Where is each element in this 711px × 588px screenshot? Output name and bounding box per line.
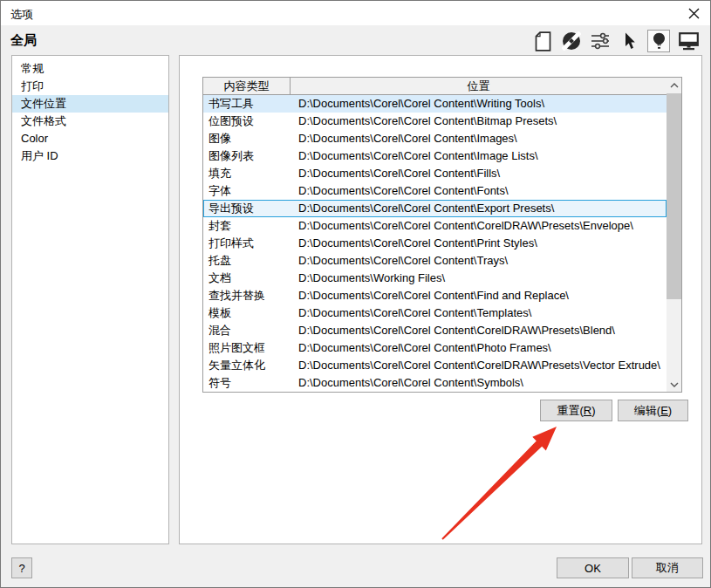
vertical-scrollbar[interactable] xyxy=(667,78,681,392)
content-type-cell: 托盘 xyxy=(203,252,291,270)
customization-options-button[interactable] xyxy=(590,30,611,52)
content-type-cell: 填充 xyxy=(203,165,291,182)
location-cell: D:\Documents\Corel\Corel Content\CorelDR… xyxy=(291,217,667,235)
edit-label-close: ) xyxy=(668,404,672,417)
sidebar-item[interactable]: 用户 ID xyxy=(12,147,168,165)
page-title: 全局 xyxy=(10,32,37,49)
content-type-cell: 模板 xyxy=(203,304,291,322)
table-row[interactable]: 照片图文框D:\Documents\Corel\Corel Content\Ph… xyxy=(203,339,667,357)
content-type-cell: 封套 xyxy=(203,217,291,235)
close-icon xyxy=(688,8,700,19)
location-cell: D:\Documents\Corel\Corel Content\Fills\ xyxy=(291,165,667,182)
table-row[interactable]: 封套D:\Documents\Corel\Corel Content\Corel… xyxy=(203,217,667,235)
table-row[interactable]: 字体D:\Documents\Corel\Corel Content\Fonts… xyxy=(203,182,667,200)
table-row[interactable]: 混合D:\Documents\Corel\Corel Content\Corel… xyxy=(203,322,667,339)
scrollbar-thumb[interactable] xyxy=(667,93,681,299)
content-type-cell: 打印样式 xyxy=(203,235,291,252)
workspace-options-button[interactable] xyxy=(619,30,639,52)
table-row[interactable]: 查找并替换D:\Documents\Corel\Corel Content\Fi… xyxy=(203,287,667,304)
content-type-cell: 书写工具 xyxy=(203,95,291,113)
help-label: ? xyxy=(18,562,24,575)
table-row[interactable]: 图像D:\Documents\Corel\Corel Content\Image… xyxy=(203,130,667,147)
table-body: 书写工具D:\Documents\Corel\Corel Content\Wri… xyxy=(203,95,667,392)
sidebar-item[interactable]: Color xyxy=(12,130,168,147)
edit-label: 编辑( xyxy=(634,403,660,419)
location-cell: D:\Documents\Working Files\ xyxy=(291,270,667,287)
location-cell: D:\Documents\Corel\Corel Content\Photo F… xyxy=(291,339,667,357)
reset-label: 重置( xyxy=(557,403,583,419)
location-cell: D:\Documents\Corel\Corel Content\CorelDR… xyxy=(291,357,667,374)
location-cell: D:\Documents\Corel\Corel Content\CorelDR… xyxy=(291,322,667,339)
global-balloon-icon xyxy=(653,32,666,50)
content-type-cell: 导出预设 xyxy=(203,200,291,217)
content-type-cell: 文档 xyxy=(203,270,291,287)
location-cell: D:\Documents\Corel\Corel Content\Bitmap … xyxy=(291,113,667,130)
workspaces-button[interactable] xyxy=(678,30,699,52)
table-row[interactable]: 矢量立体化D:\Documents\Corel\Corel Content\Co… xyxy=(203,357,667,374)
table-row[interactable]: 符号D:\Documents\Corel\Corel Content\Symbo… xyxy=(203,374,667,392)
location-cell: D:\Documents\Corel\Corel Content\Export … xyxy=(291,200,667,217)
table-row[interactable]: 打印样式D:\Documents\Corel\Corel Content\Pri… xyxy=(203,235,667,252)
content-type-cell: 符号 xyxy=(203,374,291,392)
sliders-icon xyxy=(591,32,610,50)
location-cell: D:\Documents\Corel\Corel Content\Writing… xyxy=(291,95,667,113)
monitor-icon xyxy=(679,32,699,51)
column-header-location[interactable]: 位置 xyxy=(291,78,667,94)
content-type-cell: 矢量立体化 xyxy=(203,357,291,374)
table-row[interactable]: 书写工具D:\Documents\Corel\Corel Content\Wri… xyxy=(203,95,667,113)
table-row[interactable]: 导出预设D:\Documents\Corel\Corel Content\Exp… xyxy=(203,200,667,217)
sidebar-item[interactable]: 文件格式 xyxy=(12,113,168,130)
ok-label: OK xyxy=(585,562,601,575)
content-type-cell: 字体 xyxy=(203,182,291,200)
ok-button[interactable]: OK xyxy=(557,557,629,578)
sidebar-item[interactable]: 文件位置 xyxy=(12,95,168,113)
content-type-cell: 图像 xyxy=(203,130,291,147)
content-type-cell: 照片图文框 xyxy=(203,339,291,357)
table-row[interactable]: 模板D:\Documents\Corel\Corel Content\Templ… xyxy=(203,304,667,322)
chevron-up-icon xyxy=(670,83,679,88)
options-dialog: 选项 全局 xyxy=(0,0,711,588)
table-row[interactable]: 托盘D:\Documents\Corel\Corel Content\Trays… xyxy=(203,252,667,270)
table-row[interactable]: 位图预设D:\Documents\Corel\Corel Content\Bit… xyxy=(203,113,667,130)
help-button[interactable]: ? xyxy=(11,557,32,578)
content-type-cell: 查找并替换 xyxy=(203,287,291,304)
table-row[interactable]: 填充D:\Documents\Corel\Corel Content\Fills… xyxy=(203,165,667,182)
file-locations-table: 内容类型 位置 书写工具D:\Documents\Corel\Corel Con… xyxy=(202,77,682,393)
cancel-button[interactable]: 取消 xyxy=(632,557,703,578)
close-button[interactable] xyxy=(683,3,704,23)
reset-mnemonic: R xyxy=(584,404,591,417)
cursor-icon xyxy=(623,32,636,51)
tools-icon xyxy=(562,31,581,51)
edit-button[interactable]: 编辑(E) xyxy=(618,400,688,421)
sidebar-item[interactable]: 打印 xyxy=(12,78,168,95)
cancel-label: 取消 xyxy=(656,560,679,576)
document-options-button[interactable] xyxy=(532,30,553,52)
reset-label-close: ) xyxy=(591,404,595,417)
category-sidebar: 常规打印文件位置文件格式Color用户 ID xyxy=(11,55,169,544)
tools-options-button[interactable] xyxy=(561,30,582,52)
location-cell: D:\Documents\Corel\Corel Content\Find an… xyxy=(291,287,667,304)
scroll-up-button[interactable] xyxy=(667,78,681,92)
options-category-toolbar xyxy=(532,27,699,55)
content-type-cell: 图像列表 xyxy=(203,147,291,165)
global-options-button[interactable] xyxy=(647,30,670,52)
location-cell: D:\Documents\Corel\Corel Content\Images\ xyxy=(291,130,667,147)
location-cell: D:\Documents\Corel\Corel Content\Trays\ xyxy=(291,252,667,270)
table-row[interactable]: 文档D:\Documents\Working Files\ xyxy=(203,270,667,287)
edit-mnemonic: E xyxy=(660,404,668,417)
location-cell: D:\Documents\Corel\Corel Content\Fonts\ xyxy=(291,182,667,200)
column-header-content-type[interactable]: 内容类型 xyxy=(203,78,291,94)
chevron-down-icon xyxy=(670,382,679,387)
document-icon xyxy=(535,31,551,51)
table-header: 内容类型 位置 xyxy=(203,78,667,95)
title-bar: 选项 xyxy=(1,1,710,25)
table-row[interactable]: 图像列表D:\Documents\Corel\Corel Content\Ima… xyxy=(203,147,667,165)
content-type-cell: 位图预设 xyxy=(203,113,291,130)
reset-button[interactable]: 重置(R) xyxy=(540,400,612,421)
location-cell: D:\Documents\Corel\Corel Content\Image L… xyxy=(291,147,667,165)
location-cell: D:\Documents\Corel\Corel Content\Symbols… xyxy=(291,374,667,392)
scroll-down-button[interactable] xyxy=(667,377,681,392)
content-type-cell: 混合 xyxy=(203,322,291,339)
sidebar-list: 常规打印文件位置文件格式Color用户 ID xyxy=(12,60,168,165)
sidebar-item[interactable]: 常规 xyxy=(12,60,168,78)
